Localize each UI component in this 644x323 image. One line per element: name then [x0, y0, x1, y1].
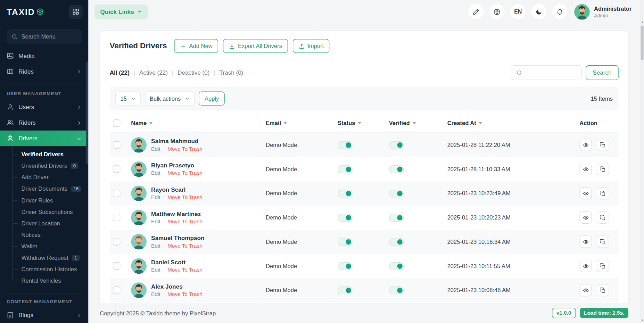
customizer-button[interactable] — [468, 4, 484, 19]
dark-mode-button[interactable] — [531, 4, 547, 19]
status-toggle[interactable] — [338, 286, 353, 294]
duplicate-button[interactable] — [597, 284, 609, 296]
verified-toggle[interactable] — [389, 141, 404, 149]
driver-submenu-item[interactable]: Wallet — [0, 240, 88, 252]
duplicate-button[interactable] — [597, 212, 609, 224]
search-button[interactable]: Search — [586, 65, 619, 80]
status-toggle[interactable] — [338, 141, 353, 149]
verified-toggle[interactable] — [389, 189, 404, 197]
duplicate-button[interactable] — [597, 163, 609, 175]
quick-links-button[interactable]: Quick Links — [94, 4, 148, 19]
edit-link[interactable]: Edit — [151, 146, 160, 152]
status-toggle[interactable] — [338, 262, 353, 270]
row-checkbox[interactable] — [113, 141, 120, 149]
row-checkbox[interactable] — [113, 165, 120, 173]
driver-submenu-item[interactable]: Driver Documents 16 — [0, 183, 88, 194]
edit-link[interactable]: Edit — [151, 291, 160, 297]
language-button[interactable]: EN — [510, 4, 526, 19]
table-search-input[interactable] — [526, 69, 576, 76]
globe-button[interactable] — [489, 4, 505, 19]
driver-submenu-item[interactable]: Driver Rules — [0, 194, 88, 206]
apply-button[interactable]: Apply — [199, 92, 225, 106]
sidebar-search-input[interactable] — [21, 33, 77, 40]
duplicate-button[interactable] — [597, 235, 609, 248]
sidebar-item-blogs[interactable]: Blogs — [0, 307, 88, 323]
tab-deactive[interactable]: Deactive (0) — [177, 69, 209, 76]
driver-submenu-item[interactable]: Driver Subscriptions — [0, 206, 88, 217]
sort-verified[interactable]: Verified — [389, 120, 416, 126]
verified-toggle[interactable] — [389, 262, 404, 270]
sidebar-item-riders[interactable]: Riders — [0, 115, 88, 131]
move-to-trash-link[interactable]: Move To Trash — [167, 267, 203, 273]
sidebar-scrollbar-thumb[interactable] — [86, 61, 88, 164]
driver-submenu-item[interactable]: Notices — [0, 229, 88, 240]
user-menu[interactable]: Administrator Admin — [574, 4, 631, 19]
sort-status[interactable]: Status — [338, 120, 361, 126]
row-checkbox[interactable] — [113, 190, 120, 197]
scroll-up-arrow[interactable]: ▲ — [640, 19, 644, 25]
driver-submenu-item[interactable]: Verified Drivers — [0, 149, 88, 160]
sort-email[interactable]: Email — [266, 120, 287, 126]
view-button[interactable] — [579, 235, 592, 248]
import-button[interactable]: Import — [293, 39, 330, 53]
tab-trash[interactable]: Trash (0) — [220, 69, 243, 76]
tab-all[interactable]: All (22) — [110, 69, 130, 76]
move-to-trash-link[interactable]: Move To Trash — [167, 170, 203, 176]
apps-grid-button[interactable] — [68, 5, 82, 19]
verified-toggle[interactable] — [389, 165, 404, 173]
driver-submenu-item[interactable]: Withdraw Request 1 — [0, 252, 88, 264]
status-toggle[interactable] — [338, 189, 353, 197]
scroll-down-arrow[interactable]: ▼ — [640, 317, 644, 323]
sort-created-at[interactable]: Created At — [447, 120, 482, 126]
driver-submenu-item[interactable]: Rental Vehicles — [0, 275, 88, 287]
sidebar-item-drivers[interactable]: Drivers — [0, 131, 88, 146]
export-all-drivers-button[interactable]: Export All Drivers — [223, 39, 288, 53]
view-button[interactable] — [579, 212, 592, 224]
edit-link[interactable]: Edit — [151, 170, 160, 176]
driver-submenu-item[interactable]: Add Driver — [0, 172, 88, 183]
sidebar-item-media[interactable]: Media — [0, 48, 88, 64]
move-to-trash-link[interactable]: Move To Trash — [167, 146, 203, 152]
status-toggle[interactable] — [338, 238, 353, 246]
edit-link[interactable]: Edit — [151, 242, 160, 249]
status-toggle[interactable] — [338, 165, 353, 173]
select-all-checkbox[interactable] — [113, 119, 120, 127]
view-button[interactable] — [579, 187, 592, 199]
move-to-trash-link[interactable]: Move To Trash — [167, 194, 203, 200]
bulk-actions-select[interactable]: Bulk actions — [145, 92, 195, 106]
app-logo[interactable]: TAXID — [7, 7, 44, 16]
driver-submenu-item[interactable]: Unverified Drivers 0 — [0, 160, 88, 172]
row-checkbox[interactable] — [113, 238, 120, 245]
view-button[interactable] — [579, 260, 592, 272]
view-button[interactable] — [579, 139, 592, 151]
scrollbar-thumb[interactable] — [641, 25, 644, 60]
verified-toggle[interactable] — [389, 286, 404, 294]
move-to-trash-link[interactable]: Move To Trash — [167, 242, 203, 249]
driver-submenu-item[interactable]: Commission Histories — [0, 264, 88, 275]
add-new-button[interactable]: Add New — [174, 39, 218, 53]
move-to-trash-link[interactable]: Move To Trash — [167, 218, 203, 225]
notifications-button[interactable] — [552, 4, 568, 19]
duplicate-button[interactable] — [597, 260, 609, 272]
edit-link[interactable]: Edit — [151, 267, 160, 273]
row-checkbox[interactable] — [113, 262, 120, 270]
row-checkbox[interactable] — [113, 214, 120, 221]
view-button[interactable] — [579, 163, 592, 175]
table-row: Riyan Prasetyo Edit | Move To Trash Demo… — [110, 157, 619, 181]
per-page-select[interactable]: 15 — [115, 92, 141, 106]
duplicate-button[interactable] — [597, 139, 609, 151]
verified-toggle[interactable] — [389, 214, 404, 221]
verified-toggle[interactable] — [389, 238, 404, 246]
driver-submenu-item[interactable]: Driver Location — [0, 217, 88, 229]
edit-link[interactable]: Edit — [151, 194, 160, 200]
tab-active[interactable]: Active (22) — [139, 69, 168, 76]
sort-name[interactable]: Name — [131, 120, 153, 126]
status-toggle[interactable] — [338, 214, 353, 221]
view-button[interactable] — [579, 284, 592, 296]
duplicate-button[interactable] — [597, 187, 609, 199]
sidebar-item-users[interactable]: Users — [0, 99, 88, 115]
edit-link[interactable]: Edit — [151, 218, 160, 225]
sidebar-item-rides[interactable]: Rides — [0, 64, 88, 79]
row-checkbox[interactable] — [113, 287, 120, 294]
move-to-trash-link[interactable]: Move To Trash — [167, 291, 203, 297]
